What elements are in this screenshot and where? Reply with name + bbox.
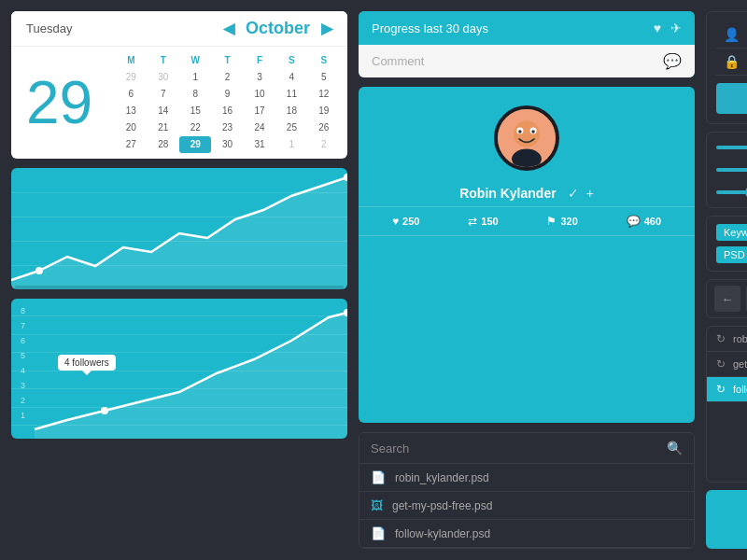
cal-header-t2: T (211, 52, 243, 69)
cal-day[interactable]: 9 (211, 86, 243, 103)
pin-stat-icon: ⚑ (546, 215, 557, 228)
cal-header-t1: T (148, 52, 179, 69)
cal-day[interactable]: 17 (244, 103, 275, 119)
cal-day[interactable]: 29 (115, 69, 147, 86)
slider-fill-2 (716, 168, 747, 172)
cal-day[interactable]: 3 (244, 69, 275, 86)
profile-widget: Robin Kylander ✓ + ♥ 250 ⇄ 150 ⚑ 320 (359, 87, 695, 423)
cal-header-w: W (179, 52, 211, 69)
calendar-widget: Tuesday ◀ October ▶ 29 M T W T F S (11, 11, 347, 159)
send-icon[interactable]: ✈ (670, 21, 682, 35)
cal-day[interactable]: 26 (308, 119, 340, 136)
cal-day[interactable]: 7 (148, 86, 179, 103)
svg-point-8 (518, 130, 522, 133)
mid-column: Progress last 30 days ♥ ✈ Comment 💬 (359, 11, 695, 549)
cal-day[interactable]: 15 (179, 103, 211, 119)
cal-day[interactable]: 19 (308, 103, 340, 119)
password-row: 🔒 •••••••••• (716, 49, 747, 76)
file-psd-icon-3: 📄 (371, 526, 386, 540)
file-right-icon-2: ↻ (716, 357, 726, 371)
tool-back-btn[interactable]: ← (714, 286, 740, 312)
cal-day[interactable]: 2 (211, 69, 243, 86)
slider-1 (716, 140, 747, 155)
calendar-prev-btn[interactable]: ◀ (223, 20, 234, 37)
cal-day[interactable]: 31 (244, 136, 275, 153)
slider-track-2[interactable] (716, 168, 747, 172)
search-icon[interactable]: 🔍 (667, 441, 683, 455)
tag-label-psd: PSD (724, 249, 745, 260)
cal-day[interactable]: 25 (275, 119, 307, 136)
cal-day[interactable]: 13 (115, 103, 147, 119)
file-right-name-2: get-my-psd-free.psd (733, 358, 747, 370)
cal-day[interactable]: 6 (115, 86, 147, 103)
cal-day[interactable]: 16 (211, 103, 243, 119)
heart-icon[interactable]: ♥ (654, 21, 661, 35)
comment-icon[interactable]: 💬 (663, 52, 682, 70)
cal-day[interactable]: 4 (275, 69, 307, 86)
slider-2 (716, 162, 747, 177)
slider-fill-1 (716, 146, 747, 149)
search-placeholder[interactable]: Search (371, 441, 409, 455)
cal-day[interactable]: 23 (211, 119, 243, 136)
chart-tooltip: 4 followers (58, 355, 116, 371)
cal-day[interactable]: 11 (275, 86, 307, 103)
calendar-month-nav: ◀ October ▶ (223, 19, 332, 38)
slider-track-3[interactable] (716, 190, 747, 194)
file-row-right-2[interactable]: ↻ get-my-psd-free.psd (707, 352, 747, 377)
tags-widget: Keyword ✕ PSD ✕ B (706, 216, 747, 272)
stat-pins-count: 320 (560, 216, 577, 227)
cal-day[interactable]: 20 (115, 119, 147, 136)
progress-header: Progress last 30 days ♥ ✈ (359, 11, 695, 45)
download-button[interactable]: ⬇ (706, 490, 747, 549)
file-item-3[interactable]: 📄 follow-kylander.psd (359, 520, 694, 548)
profile-check-btn[interactable]: ✓ (568, 186, 579, 201)
cal-row-5: 27 28 29 30 31 1 2 (115, 136, 340, 153)
sliders-widget (706, 132, 747, 208)
cal-day[interactable]: 22 (179, 119, 211, 136)
cal-day[interactable]: 2 (308, 136, 340, 153)
cal-day[interactable]: 27 (115, 136, 147, 153)
chart-small: 8 7 6 5 4 3 2 1 4 followers (11, 299, 347, 439)
progress-widget: Progress last 30 days ♥ ✈ Comment 💬 (359, 11, 695, 77)
file-row-right-3[interactable]: ↻ follow-kylander.psd (707, 377, 747, 402)
cal-day[interactable]: 18 (275, 103, 307, 119)
profile-add-btn[interactable]: + (586, 186, 594, 201)
avatar-section (359, 87, 695, 180)
cal-day[interactable]: 10 (244, 86, 275, 103)
avatar-svg (498, 105, 556, 171)
cal-day[interactable]: 8 (179, 86, 211, 103)
file-row-right-1[interactable]: ↻ robin_kylander.psd (707, 327, 747, 352)
login-button[interactable]: Login (716, 83, 747, 114)
calendar-header-row: M T W T F S S (115, 52, 340, 69)
calendar-next-btn[interactable]: ▶ (321, 20, 332, 37)
cal-day-today[interactable]: 29 (179, 136, 211, 153)
file-name-2: get-my-psd-free.psd (392, 499, 492, 512)
cal-day[interactable]: 12 (308, 86, 340, 103)
lock-icon: 🔒 (724, 54, 740, 69)
file-right-name-1: robin_kylander.psd (733, 333, 747, 344)
cal-day[interactable]: 14 (148, 103, 179, 119)
calendar-body: 29 M T W T F S S 29 30 1 2 (11, 47, 347, 159)
cal-day[interactable]: 5 (308, 69, 340, 86)
cal-day[interactable]: 28 (148, 136, 179, 153)
cal-day[interactable]: 24 (244, 119, 275, 136)
comment-stat-icon: 💬 (627, 215, 641, 228)
calendar-big-date: 29 (11, 47, 107, 159)
tag-keyword[interactable]: Keyword ✕ (716, 224, 747, 241)
slider-track-1[interactable] (716, 146, 747, 149)
profile-actions: ✓ + (568, 186, 594, 201)
cal-day[interactable]: 30 (148, 69, 179, 86)
svg-point-2 (101, 407, 108, 414)
cal-day[interactable]: 1 (275, 136, 307, 153)
file-item-1[interactable]: 📄 robin_kylander.psd (359, 464, 694, 492)
cal-day[interactable]: 21 (148, 119, 179, 136)
tag-psd[interactable]: PSD ✕ (716, 246, 747, 263)
file-item-2[interactable]: 🖼 get-my-psd-free.psd (359, 492, 694, 520)
heart-stat-icon: ♥ (392, 215, 399, 228)
cal-day[interactable]: 1 (179, 69, 211, 86)
profile-name: Robin Kylander (459, 186, 556, 201)
files-widget: Search 🔍 📄 robin_kylander.psd 🖼 get-my-p… (359, 432, 695, 549)
comment-bar[interactable]: Comment 💬 (359, 45, 695, 77)
file-right-name-3: follow-kylander.psd (733, 384, 747, 395)
cal-day[interactable]: 30 (211, 136, 243, 153)
